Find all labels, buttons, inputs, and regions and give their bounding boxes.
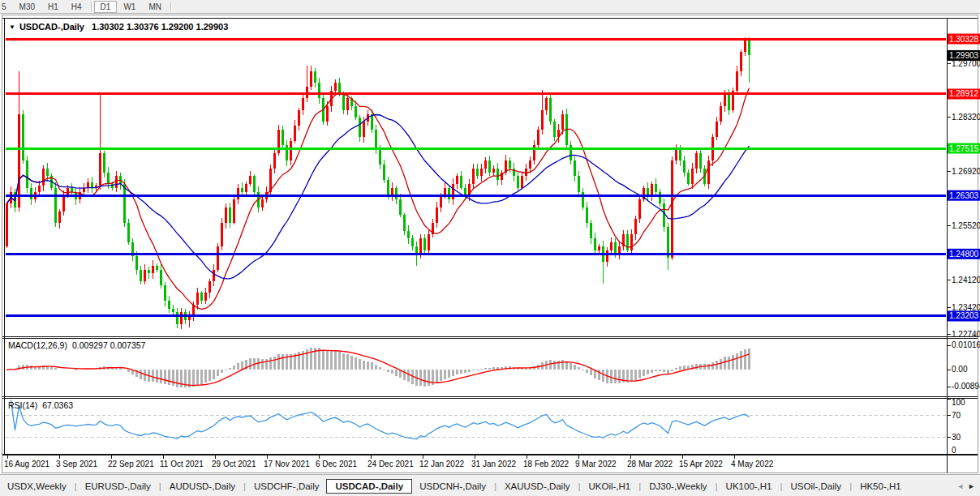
tab-usdx-weekly[interactable]: USDX,Weekly bbox=[0, 479, 74, 494]
svg-text:18 Feb 2022: 18 Feb 2022 bbox=[523, 460, 570, 468]
svg-text:29 Oct 2021: 29 Oct 2021 bbox=[212, 460, 256, 468]
timeframe-button-5[interactable]: 5 bbox=[0, 1, 13, 13]
svg-text:1.22740: 1.22740 bbox=[952, 330, 980, 339]
timeframe-button-h4[interactable]: H4 bbox=[65, 1, 88, 13]
macd-name: MACD(12,26,9) bbox=[8, 340, 67, 350]
svg-text:28 Mar 2022: 28 Mar 2022 bbox=[627, 460, 673, 468]
chart-symbol-label: USDCAD-,Daily bbox=[19, 22, 84, 32]
rsi-label: RSI(14)67.0363 bbox=[8, 400, 73, 410]
svg-text:1.23420: 1.23420 bbox=[952, 303, 980, 312]
tab-ukoil-h1[interactable]: UKOil-,H1 bbox=[581, 479, 638, 494]
svg-text:-0.00894: -0.00894 bbox=[952, 382, 980, 391]
svg-text:31 Jan 2022: 31 Jan 2022 bbox=[471, 460, 516, 468]
timeframe-button-w1[interactable]: W1 bbox=[117, 1, 142, 13]
symbol-tab-bar: USDX,Weekly|EURUSD-,Daily|AUDUSD-,Daily|… bbox=[0, 474, 980, 496]
tab-uk100-h1[interactable]: UK100-,H1 bbox=[719, 479, 780, 494]
mt4-window: { "toolbar": { "timeframes": ["5", "M30"… bbox=[0, 0, 980, 496]
tab-usdcnh-daily[interactable]: USDCNH-,Daily bbox=[412, 479, 493, 494]
tab-scroll-arrows: ◄► bbox=[956, 482, 975, 490]
svg-text:6 Dec 2021: 6 Dec 2021 bbox=[316, 460, 358, 468]
macd-signal-line bbox=[7, 350, 750, 385]
svg-text:1.24800: 1.24800 bbox=[949, 250, 979, 259]
rsi-line bbox=[11, 400, 750, 439]
svg-text:1.27515: 1.27515 bbox=[949, 144, 979, 153]
svg-text:70: 70 bbox=[952, 411, 961, 420]
ma-10-line bbox=[7, 88, 750, 309]
svg-text:0.010166: 0.010166 bbox=[952, 340, 980, 349]
tab-usoil-daily[interactable]: USOil-,Daily bbox=[784, 479, 849, 494]
svg-text:9 Mar 2022: 9 Mar 2022 bbox=[575, 460, 617, 468]
rsi-value: 67.0363 bbox=[42, 400, 73, 410]
tab-usdchf-daily[interactable]: USDCHF-,Daily bbox=[247, 479, 327, 494]
horizontal-levels-layer[interactable] bbox=[6, 39, 946, 316]
toolbar-separator bbox=[170, 2, 171, 11]
timeframe-button-mn[interactable]: MN bbox=[142, 1, 168, 13]
svg-text:0: 0 bbox=[952, 446, 956, 455]
chart-frame bbox=[2, 15, 978, 473]
chart-ohlc-values: 1.30302 1.30376 1.29200 1.29903 bbox=[92, 22, 228, 32]
collapse-arrow-icon[interactable]: ▼ bbox=[9, 24, 15, 31]
tab-usdcad-daily[interactable]: USDCAD-,Daily bbox=[326, 479, 412, 494]
timeframe-toolbar: 5M30H1H4D1W1MN bbox=[0, 0, 980, 14]
macd-values: 0.009297 0.007357 bbox=[72, 340, 146, 350]
chart-title: ▼USDCAD-,Daily 1.30302 1.30376 1.29200 1… bbox=[9, 22, 228, 32]
tab-xauusd-daily[interactable]: XAUUSD-,Daily bbox=[497, 479, 578, 494]
svg-text:1.28320: 1.28320 bbox=[952, 113, 980, 122]
svg-text:17 Nov 2021: 17 Nov 2021 bbox=[264, 460, 310, 468]
macd-label: MACD(12,26,9)0.009297 0.007357 bbox=[8, 340, 145, 350]
svg-text:1.28912: 1.28912 bbox=[949, 89, 979, 98]
svg-text:100: 100 bbox=[952, 398, 965, 407]
svg-text:24 Dec 2021: 24 Dec 2021 bbox=[368, 460, 414, 468]
svg-text:1.25520: 1.25520 bbox=[952, 221, 980, 230]
tab-hk50-h1[interactable]: HK50-,H1 bbox=[853, 479, 909, 494]
svg-text:3 Sep 2021: 3 Sep 2021 bbox=[56, 460, 98, 468]
tab-scroll-left-icon[interactable]: ◄ bbox=[956, 482, 964, 490]
svg-text:1.24120: 1.24120 bbox=[952, 276, 980, 284]
svg-text:15 Apr 2022: 15 Apr 2022 bbox=[679, 460, 723, 468]
svg-text:22 Sep 2021: 22 Sep 2021 bbox=[108, 460, 154, 468]
svg-text:16 Aug 2021: 16 Aug 2021 bbox=[4, 460, 50, 468]
timeframe-button-h1[interactable]: H1 bbox=[41, 1, 65, 13]
svg-text:4 May 2022: 4 May 2022 bbox=[731, 460, 774, 468]
tab-audusd-daily[interactable]: AUDUSD-,Daily bbox=[162, 479, 243, 494]
svg-text:0.00: 0.00 bbox=[952, 365, 968, 374]
svg-text:1.30328: 1.30328 bbox=[949, 35, 979, 44]
candles-layer bbox=[6, 37, 750, 330]
svg-text:11 Oct 2021: 11 Oct 2021 bbox=[160, 460, 204, 468]
chart-canvas[interactable]: 1.297001.283201.269201.255201.241201.234… bbox=[0, 0, 980, 496]
svg-text:1.26303: 1.26303 bbox=[949, 191, 979, 200]
svg-text:1.29903: 1.29903 bbox=[949, 51, 979, 60]
timeframe-button-d1[interactable]: D1 bbox=[94, 1, 118, 13]
tab-dj30-weekly[interactable]: DJ30-,Weekly bbox=[642, 479, 714, 494]
toolbar-separator bbox=[91, 2, 92, 11]
svg-text:30: 30 bbox=[952, 433, 961, 442]
timeframe-button-m30[interactable]: M30 bbox=[13, 1, 41, 13]
svg-text:1.26920: 1.26920 bbox=[952, 167, 980, 176]
tab-scroll-right-icon[interactable]: ► bbox=[968, 482, 975, 490]
rsi-name: RSI(14) bbox=[8, 400, 37, 410]
svg-text:12 Jan 2022: 12 Jan 2022 bbox=[419, 460, 464, 468]
date-axis bbox=[8, 455, 735, 459]
svg-text:1.23203: 1.23203 bbox=[949, 311, 979, 320]
tab-eurusd-daily[interactable]: EURUSD-,Daily bbox=[78, 479, 158, 494]
